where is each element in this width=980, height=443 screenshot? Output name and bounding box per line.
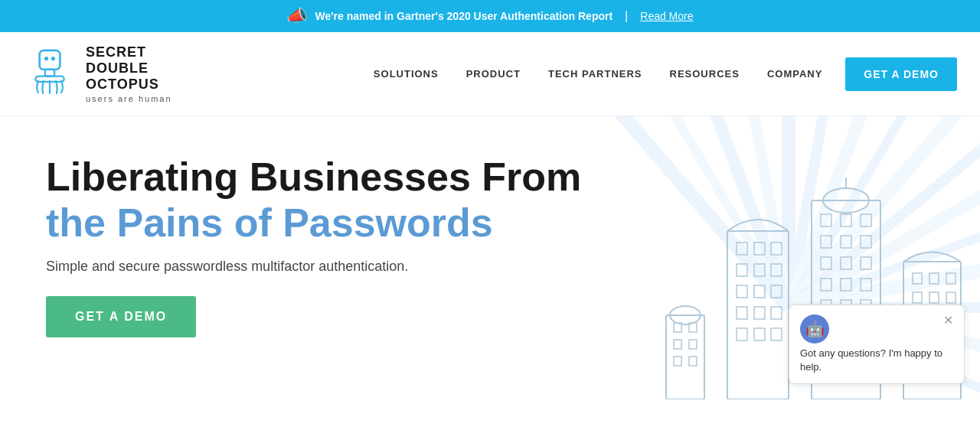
svg-rect-33	[737, 264, 747, 276]
svg-rect-21	[666, 315, 704, 399]
svg-rect-25	[689, 340, 697, 349]
svg-rect-75	[946, 292, 956, 303]
hero-subtitle: Simple and secure passwordless multifact…	[46, 259, 475, 275]
svg-rect-47	[841, 214, 851, 226]
svg-rect-24	[674, 340, 681, 349]
svg-rect-42	[737, 328, 747, 340]
announcement-banner: 📣 We're named in Gartner's 2020 User Aut…	[0, 0, 980, 32]
svg-point-2	[51, 56, 55, 60]
nav-company[interactable]: COMPANY	[767, 68, 822, 80]
chat-avatar: 🤖	[800, 314, 829, 344]
hero-title: Liberating Businesses From the Pains of …	[46, 155, 582, 246]
svg-rect-57	[861, 279, 871, 291]
nav-resources[interactable]: RESOURCES	[670, 68, 740, 80]
chat-message: Got any questions? I'm happy to help.	[800, 347, 953, 374]
svg-rect-27	[689, 357, 697, 366]
site-header: SECRET DOUBLE OCTOPUS users are human SO…	[0, 32, 980, 116]
chat-avatar-icon: 🤖	[805, 320, 825, 338]
svg-rect-44	[771, 328, 782, 340]
svg-rect-32	[771, 243, 782, 255]
svg-rect-39	[737, 307, 747, 319]
logo-text: SECRET DOUBLE OCTOPUS users are human	[86, 44, 172, 103]
svg-rect-74	[929, 292, 939, 303]
logo-area[interactable]: SECRET DOUBLE OCTOPUS users are human	[23, 44, 191, 105]
svg-rect-70	[913, 273, 922, 284]
svg-rect-35	[771, 264, 782, 276]
logo-icon	[23, 44, 77, 105]
svg-rect-37	[754, 285, 765, 298]
svg-rect-53	[841, 257, 851, 269]
svg-rect-72	[946, 273, 956, 284]
hero-title-normal: Liberating Businesses From	[46, 155, 581, 199]
svg-rect-40	[754, 307, 765, 319]
megaphone-icon: 📣	[286, 6, 307, 26]
svg-rect-3	[45, 69, 54, 76]
svg-rect-26	[674, 357, 681, 366]
svg-rect-36	[737, 285, 747, 298]
read-more-link[interactable]: Read More	[640, 10, 693, 22]
svg-rect-34	[754, 264, 765, 276]
svg-rect-51	[861, 236, 871, 248]
logo-tagline: users are human	[86, 94, 172, 103]
hero-title-highlight: the Pains of Passwords	[46, 200, 493, 245]
logo-brand: SECRET DOUBLE OCTOPUS	[86, 44, 172, 92]
svg-rect-46	[821, 214, 831, 226]
svg-rect-55	[821, 279, 831, 291]
get-demo-button[interactable]: GET A DEMO	[845, 57, 957, 91]
svg-rect-0	[40, 50, 60, 69]
nav-tech-partners[interactable]: TECH PARTNERS	[548, 68, 642, 80]
svg-rect-49	[821, 236, 831, 248]
announcement-text: We're named in Gartner's 2020 User Authe…	[315, 10, 612, 22]
chat-header: 🤖 ✕	[800, 314, 953, 344]
hero-section: Liberating Businesses From the Pains of …	[0, 116, 980, 399]
svg-rect-48	[861, 214, 871, 226]
chat-widget: 🤖 ✕ Got any questions? I'm happy to help…	[789, 305, 965, 384]
svg-point-1	[44, 56, 48, 60]
svg-rect-43	[754, 328, 765, 340]
svg-rect-54	[861, 257, 871, 269]
svg-rect-38	[771, 285, 782, 298]
chat-close-button[interactable]: ✕	[943, 314, 953, 327]
svg-rect-41	[771, 307, 782, 319]
svg-rect-52	[821, 257, 831, 269]
svg-rect-4	[35, 76, 64, 81]
banner-separator: |	[625, 9, 628, 23]
svg-rect-71	[929, 273, 939, 284]
svg-rect-73	[913, 292, 922, 303]
svg-rect-50	[841, 236, 851, 248]
main-nav: SOLUTIONS PRODUCT TECH PARTNERS RESOURCE…	[374, 68, 823, 80]
svg-rect-30	[737, 243, 747, 255]
nav-product[interactable]: PRODUCT	[466, 68, 521, 80]
svg-rect-31	[754, 243, 765, 255]
hero-cta-button[interactable]: GET A DEMO	[46, 296, 196, 337]
nav-solutions[interactable]: SOLUTIONS	[374, 68, 439, 80]
svg-rect-56	[841, 279, 851, 291]
